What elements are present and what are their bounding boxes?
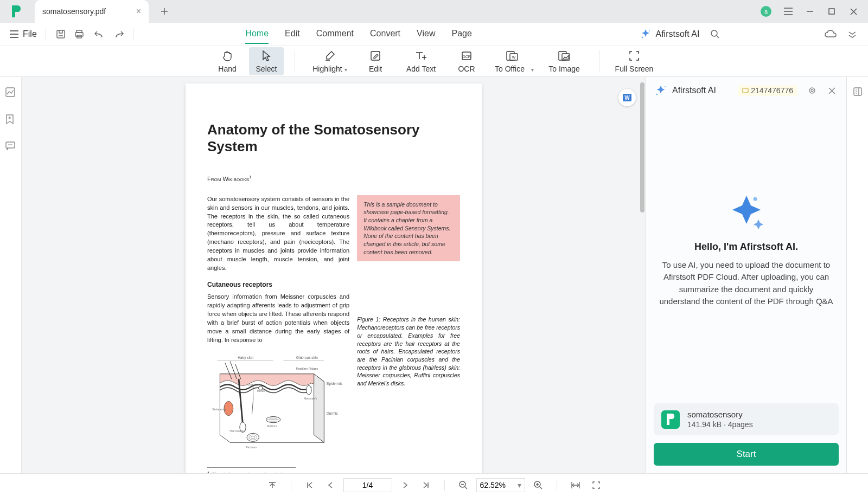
- ocr-tool[interactable]: OCR OCR: [449, 47, 484, 75]
- svg-point-31: [307, 385, 311, 395]
- svg-text:Epidermis: Epidermis: [327, 382, 343, 387]
- start-button[interactable]: Start: [654, 443, 839, 466]
- window-maximize-icon[interactable]: [827, 7, 837, 16]
- window-close-icon[interactable]: [848, 7, 858, 16]
- menu-tab-comment[interactable]: Comment: [316, 24, 354, 44]
- redo-icon[interactable]: [112, 28, 124, 40]
- select-icon: [260, 49, 273, 62]
- fit-page-icon[interactable]: [589, 478, 604, 493]
- menu-tab-page[interactable]: Page: [451, 24, 471, 44]
- doc-footnote: 1 The following description is based on …: [207, 467, 296, 473]
- user-avatar[interactable]: a: [761, 6, 771, 17]
- file-menu[interactable]: File: [10, 29, 37, 39]
- add-text-icon: [414, 49, 427, 62]
- last-page-icon[interactable]: [418, 478, 433, 493]
- zoom-out-icon[interactable]: [456, 478, 471, 493]
- svg-text:Hair receptor: Hair receptor: [229, 430, 246, 433]
- fit-width-icon[interactable]: [568, 478, 583, 493]
- tab-close-icon[interactable]: ×: [136, 7, 141, 16]
- svg-point-6: [649, 30, 650, 31]
- doc-source: From Wikibooks1: [207, 175, 460, 182]
- ai-file-card: somatosensory 141.94 kB · 4pages: [654, 403, 839, 435]
- titlebar: somatosensory.pdf × a: [0, 0, 868, 23]
- doc-figure: Hairy skin Glabrous skin Papillary Ridge…: [207, 350, 349, 459]
- ai-settings-icon[interactable]: [806, 85, 818, 96]
- svg-text:W: W: [624, 95, 630, 101]
- svg-text:Merkel's: Merkel's: [257, 389, 267, 392]
- svg-point-46: [809, 88, 815, 93]
- ai-menu-button[interactable]: Afirstsoft AI: [640, 29, 699, 40]
- svg-rect-3: [75, 33, 83, 36]
- ai-panel: Afirstsoft AI 2147476776 Hello, I'm Afir…: [646, 77, 846, 473]
- undo-icon[interactable]: [94, 28, 106, 40]
- to-image-icon: [558, 49, 571, 62]
- highlight-tool[interactable]: Highlight▾: [306, 47, 354, 75]
- svg-text:Ruffini's: Ruffini's: [267, 424, 277, 428]
- svg-point-47: [811, 89, 813, 92]
- collapse-icon[interactable]: [846, 28, 858, 40]
- select-tool[interactable]: Select: [249, 47, 284, 75]
- search-icon[interactable]: [709, 28, 721, 40]
- document-tab[interactable]: somatosensory.pdf ×: [35, 0, 149, 23]
- hamburger-icon[interactable]: [783, 7, 793, 16]
- ai-file-meta: 141.94 kB · 4pages: [687, 420, 753, 429]
- to-office-tool[interactable]: W To Office▾: [488, 47, 536, 75]
- first-page-icon[interactable]: [302, 478, 317, 493]
- scrollbar-thumb[interactable]: [640, 82, 644, 212]
- add-text-tool[interactable]: Add Text: [397, 47, 445, 75]
- svg-text:Dermis: Dermis: [327, 411, 338, 415]
- menu-tab-edit[interactable]: Edit: [285, 24, 300, 44]
- svg-point-33: [247, 433, 259, 441]
- print-icon[interactable]: [73, 28, 85, 40]
- doc-subheading: Cutaneous receptors: [207, 280, 349, 289]
- menu-tab-home[interactable]: Home: [245, 24, 269, 44]
- prev-page-icon[interactable]: [323, 478, 338, 493]
- status-bar: 62.52%▾: [0, 473, 868, 496]
- svg-rect-49: [854, 88, 861, 95]
- menu-tabs: Home Edit Comment Convert View Page: [245, 24, 471, 44]
- page-input[interactable]: [343, 478, 392, 492]
- cloud-icon[interactable]: [825, 28, 837, 40]
- new-tab-button[interactable]: [156, 3, 173, 20]
- svg-text:Papillary Ridges: Papillary Ridges: [296, 367, 318, 370]
- full-screen-tool[interactable]: Full Screen: [610, 47, 658, 75]
- to-office-icon: W: [506, 49, 519, 62]
- window-minimize-icon[interactable]: [805, 7, 815, 16]
- toolbar: Hand Select Highlight▾ Edit Add Text OCR…: [0, 46, 868, 77]
- scroll-top-icon[interactable]: [265, 478, 280, 493]
- ai-logo-large-icon: [726, 192, 767, 234]
- svg-text:Sebaceous: Sebaceous: [212, 408, 226, 411]
- menu-bar: File Home Edit Comment Convert View Page…: [0, 23, 868, 46]
- svg-rect-45: [743, 88, 748, 93]
- menu-tab-view[interactable]: View: [417, 24, 435, 44]
- ai-panel-title: Afirstsoft AI: [672, 86, 716, 95]
- hand-icon: [221, 49, 234, 62]
- pdf-page: Anatomy of the Somatosensory System From…: [186, 83, 482, 473]
- next-page-icon[interactable]: [398, 478, 413, 493]
- document-viewport[interactable]: W Anatomy of the Somatosensory System Fr…: [22, 77, 646, 473]
- save-icon[interactable]: [55, 28, 67, 40]
- svg-point-43: [656, 93, 658, 95]
- zoom-in-icon[interactable]: [531, 478, 546, 493]
- full-screen-icon: [628, 49, 641, 62]
- zoom-select[interactable]: 62.52%▾: [476, 478, 525, 492]
- ai-close-icon[interactable]: [826, 85, 838, 96]
- to-image-tool[interactable]: To Image: [540, 47, 588, 75]
- doc-figure-caption: Figure 1: Receptors in the human skin: M…: [357, 315, 460, 387]
- right-rail-toggle-icon[interactable]: [853, 87, 863, 96]
- menu-tab-convert[interactable]: Convert: [370, 24, 400, 44]
- doc-note-box: This is a sample document to showcase pa…: [357, 195, 460, 262]
- hand-tool[interactable]: Hand: [210, 47, 245, 75]
- right-rail: [846, 77, 868, 473]
- edit-tool[interactable]: Edit: [358, 47, 393, 75]
- svg-text:Pacinian: Pacinian: [246, 446, 257, 449]
- svg-rect-1: [57, 30, 65, 38]
- svg-text:Meissner's: Meissner's: [304, 397, 317, 400]
- ai-sparkle-icon: [655, 85, 667, 96]
- doc-para-2: Sensory information from Meissner corpus…: [207, 293, 349, 345]
- bookmark-add-icon[interactable]: [5, 114, 17, 126]
- ai-credits-badge[interactable]: 2147476776: [738, 85, 797, 96]
- export-word-chip[interactable]: W: [618, 89, 636, 106]
- comments-icon[interactable]: [5, 141, 17, 153]
- thumbnails-icon[interactable]: [5, 87, 17, 99]
